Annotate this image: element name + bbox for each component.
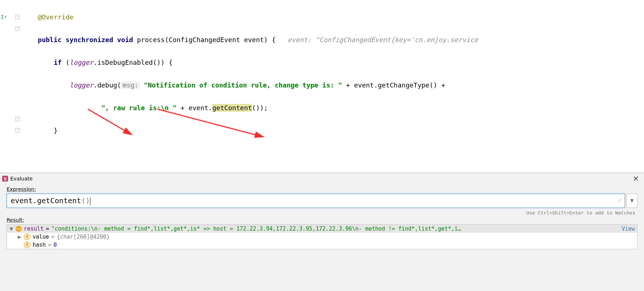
view-link[interactable]: View xyxy=(618,225,635,232)
fold-marker-icon[interactable]: − xyxy=(15,117,20,121)
result-tree[interactable]: ▼ oo result = "conditions:\n- method = f… xyxy=(7,224,637,249)
field-icon: f xyxy=(24,234,30,240)
result-label: Result: xyxy=(7,217,637,223)
expand-right-icon[interactable]: ▶ xyxy=(17,234,22,240)
expand-down-icon[interactable]: ▼ xyxy=(9,225,14,232)
expression-input[interactable]: event.getContent() ⤢ xyxy=(7,194,625,208)
evaluate-title: Evaluate xyxy=(10,176,33,182)
result-row[interactable]: ▶ f value = {char[260]@4200} xyxy=(7,233,637,241)
annotation: @Override xyxy=(38,13,74,21)
object-icon: oo xyxy=(16,226,22,232)
intellij-icon: IJ xyxy=(2,176,8,182)
override-gutter-icon[interactable]: I↑ xyxy=(1,14,7,20)
result-row[interactable]: ▼ oo result = "conditions:\n- method = f… xyxy=(7,225,637,233)
history-dropdown-button[interactable]: ▼ xyxy=(626,194,637,208)
fold-marker-icon[interactable]: − xyxy=(15,15,20,19)
close-icon[interactable]: ✕ xyxy=(630,174,641,183)
fold-marker-icon[interactable]: − xyxy=(15,26,20,31)
expand-icon[interactable]: ⤢ xyxy=(618,198,622,203)
evaluate-panel: IJ Evaluate ✕ Expression: event.getConte… xyxy=(0,173,644,291)
result-row[interactable]: ▶ f hash = 0 xyxy=(7,241,637,249)
watches-hint: Use Ctrl+Shift+Enter to add to Watches xyxy=(7,208,637,216)
expression-label: Expression: xyxy=(7,186,637,192)
field-icon: f xyxy=(24,242,30,248)
fold-marker-icon[interactable]: − xyxy=(15,128,20,133)
